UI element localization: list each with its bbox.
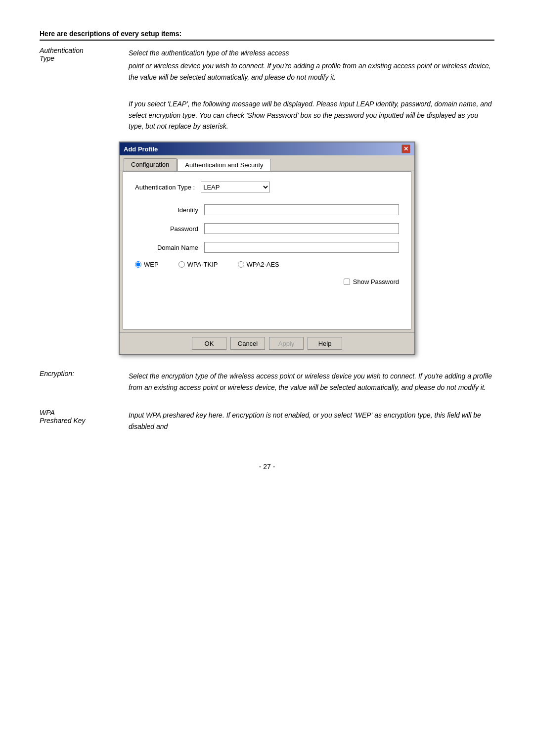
wep-radio-item: WEP (135, 261, 159, 268)
dialog-content: Authentication Type : LEAP Identity Pass… (123, 171, 411, 330)
password-row: Password (135, 223, 399, 234)
wpa-label2: Preshared Key (40, 417, 129, 425)
auth-type-desc-table: Authentication Type Select the authentic… (40, 47, 494, 84)
auth-type-select[interactable]: LEAP (201, 182, 270, 192)
wpa-tkip-radio-item: WPA-TKIP (178, 261, 218, 268)
apply-button[interactable]: Apply (269, 337, 304, 350)
auth-type-text: Select the authentication type of the wi… (129, 47, 494, 84)
identity-row: Identity (135, 204, 399, 215)
page-number: - 27 - (40, 463, 494, 471)
show-password-row: Show Password (135, 278, 399, 285)
auth-type-label1: Authentication Type (40, 47, 129, 84)
identity-label: Identity (135, 206, 204, 214)
ok-button[interactable]: OK (192, 337, 226, 350)
encryption-desc-label: Encryption: (40, 370, 129, 394)
wpa2-aes-label: WPA2-AES (247, 261, 279, 268)
auth-desc-text2: point or wireless device you wish to con… (129, 59, 494, 84)
wpa-tkip-label: WPA-TKIP (187, 261, 218, 268)
auth-extra-desc: If you select 'LEAP', the following mess… (129, 98, 494, 132)
wep-radio[interactable] (135, 261, 141, 268)
show-password-label: Show Password (353, 278, 399, 285)
wpa-label1: WPA (40, 409, 129, 417)
auth-type-row: Authentication Type : LEAP (135, 182, 399, 192)
auth-desc-text1: Select the authentication type of the wi… (129, 47, 494, 59)
dialog-buttons: OK Cancel Apply Help (120, 332, 414, 354)
tab-configuration[interactable]: Configuration (124, 158, 177, 171)
wpa-desc-table: WPA Preshared Key Input WPA preshared ke… (40, 409, 494, 433)
wpa-tkip-radio[interactable] (178, 261, 185, 268)
show-password-checkbox[interactable] (344, 279, 350, 285)
help-button[interactable]: Help (308, 337, 342, 350)
wpa2-aes-radio[interactable] (238, 261, 244, 268)
dialog-tabs: Configuration Authentication and Securit… (120, 155, 414, 171)
password-label: Password (135, 225, 204, 233)
password-input[interactable] (204, 223, 399, 234)
tab-authentication-security[interactable]: Authentication and Security (178, 159, 270, 171)
cancel-button[interactable]: Cancel (230, 337, 265, 350)
wpa2-aes-radio-item: WPA2-AES (238, 261, 279, 268)
identity-input[interactable] (204, 204, 399, 215)
encryption-desc-table: Encryption: Select the encryption type o… (40, 370, 494, 394)
encryption-desc-text: Select the encryption type of the wirele… (129, 370, 494, 394)
domain-name-row: Domain Name (135, 242, 399, 253)
section-header: Here are descriptions of every setup ite… (40, 30, 494, 41)
domain-name-input[interactable] (204, 242, 399, 253)
add-profile-dialog: Add Profile ✕ Configuration Authenticati… (119, 142, 415, 355)
encryption-row: WEP WPA-TKIP WPA2-AES (135, 261, 399, 268)
domain-name-label: Domain Name (135, 244, 204, 251)
wpa-desc-text: Input WPA preshared key here. If encrypt… (129, 409, 494, 433)
dialog-titlebar: Add Profile ✕ (120, 142, 414, 155)
dialog-close-button[interactable]: ✕ (401, 144, 410, 153)
wpa-desc-labels: WPA Preshared Key (40, 409, 129, 433)
auth-type-field-label: Authentication Type : (135, 184, 195, 191)
wep-label: WEP (144, 261, 159, 268)
dialog-title: Add Profile (124, 145, 158, 153)
